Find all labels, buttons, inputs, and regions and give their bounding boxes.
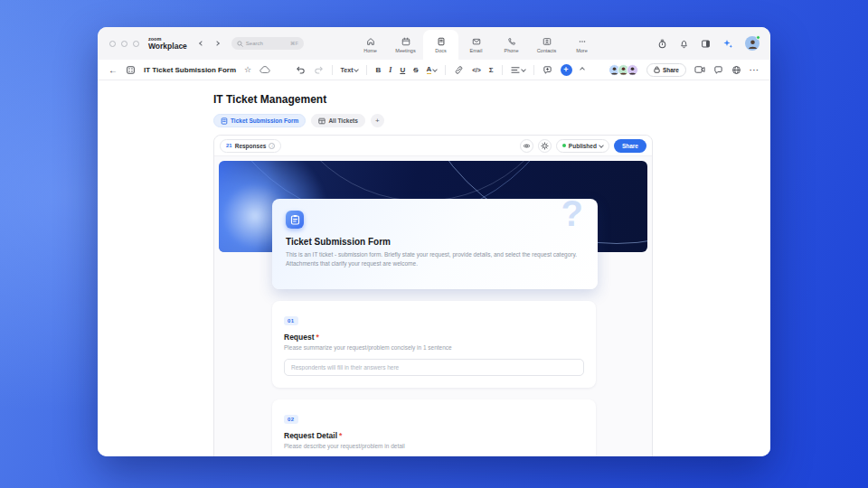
link-icon[interactable] [454, 65, 464, 75]
tab-meetings[interactable]: Meetings [388, 30, 423, 60]
divider [332, 65, 333, 75]
tab-label: All Tickets [328, 117, 357, 124]
chevron-down-icon [432, 67, 438, 72]
history-nav [200, 42, 219, 45]
question-title-text: Request [284, 333, 315, 342]
tab-contacts[interactable]: Contacts [529, 30, 564, 60]
user-avatar[interactable] [745, 36, 760, 51]
tab-more[interactable]: More [564, 30, 599, 60]
question-number-badge: 01 [284, 316, 298, 325]
responses-button[interactable]: 21 Responses i [220, 139, 281, 153]
question-number-badge: 02 [284, 415, 298, 424]
form-panel: 21 Responses i [213, 135, 653, 456]
redo-icon[interactable] [314, 65, 324, 75]
titlebar: zoom Workplace Search ⌘F Home [98, 27, 770, 60]
formula-button[interactable]: Σ [489, 66, 494, 74]
more-icon [578, 37, 587, 46]
insert-plus-button[interactable]: + [561, 64, 572, 76]
form-share-button[interactable]: Share [614, 139, 646, 153]
tab-all-tickets[interactable]: All Tickets [311, 114, 364, 127]
tab-phone[interactable]: Phone [494, 30, 529, 60]
back-button[interactable]: ← [108, 65, 118, 75]
tab-home-label: Home [363, 48, 377, 53]
code-button[interactable]: </> [472, 67, 480, 73]
eye-icon [523, 143, 531, 149]
preview-button[interactable] [520, 139, 533, 153]
answer-input[interactable] [284, 359, 584, 376]
chat-icon[interactable] [713, 65, 723, 75]
form-panel-header: 21 Responses i [214, 136, 652, 156]
undo-icon[interactable] [296, 65, 306, 75]
collaborator-avatars [609, 64, 638, 76]
phone-icon [507, 37, 516, 46]
notifications-bell-icon[interactable] [679, 39, 689, 49]
contacts-icon [542, 37, 552, 46]
form-settings-button[interactable] [538, 139, 552, 153]
responses-count: 21 [226, 143, 232, 148]
tab-ticket-submission-form[interactable]: Ticket Submission Form [213, 114, 306, 127]
logo-workplace-text: Workplace [148, 42, 187, 51]
divider [533, 65, 534, 75]
divider [366, 65, 367, 75]
document-title[interactable]: IT Ticket Submission Form [144, 66, 236, 74]
text-style-dropdown[interactable]: Text [341, 67, 359, 73]
globe-icon[interactable] [731, 65, 741, 75]
tab-email[interactable]: Email [458, 30, 494, 60]
lock-icon [654, 66, 660, 73]
divider [502, 65, 503, 75]
required-asterisk: * [339, 431, 342, 440]
more-options-button[interactable]: ··· [750, 66, 760, 74]
favorite-star-icon[interactable]: ☆ [244, 65, 251, 74]
text-color-dropdown[interactable]: A [427, 65, 438, 74]
text-color-icon: A [427, 65, 432, 74]
video-call-icon[interactable] [694, 65, 705, 74]
question-title-text: Request Detail [284, 431, 337, 440]
nav-forward-icon[interactable] [214, 41, 220, 46]
publish-status-dropdown[interactable]: Published [556, 139, 609, 153]
calendar-icon [401, 37, 410, 46]
question-card-1: 01 Request* Please summarize your reques… [272, 301, 596, 388]
maximize-window-button[interactable] [133, 41, 139, 47]
minimize-window-button[interactable] [121, 41, 127, 47]
page-tabs: Ticket Submission Form All Tickets + [213, 114, 770, 127]
question-title: Request* [284, 333, 584, 342]
required-asterisk: * [316, 333, 319, 342]
published-status-dot [562, 144, 566, 147]
history-icon[interactable] [657, 39, 667, 49]
doc-share-label: Share [663, 67, 679, 73]
workspace-grid-icon[interactable] [126, 65, 136, 75]
docs-icon [437, 37, 446, 46]
document-toolbar: ← IT Ticket Submission Form ☆ Text B I U [98, 60, 770, 80]
sidebar-toggle-icon[interactable] [701, 39, 711, 49]
tab-home[interactable]: Home [353, 30, 388, 60]
question-description: Please summarize your request/problem co… [284, 344, 584, 351]
comment-icon[interactable] [542, 65, 552, 75]
doc-share-button[interactable]: Share [646, 63, 686, 77]
responses-label: Responses [235, 143, 267, 149]
ai-companion-sparkle-icon[interactable] [722, 38, 733, 49]
global-search-input[interactable]: Search ⌘F [231, 37, 304, 50]
add-tab-button[interactable]: + [371, 114, 384, 127]
tab-phone-label: Phone [505, 48, 519, 53]
tab-label: Ticket Submission Form [231, 117, 298, 124]
bold-button[interactable]: B [375, 66, 381, 74]
home-icon [366, 37, 375, 46]
chevron-down-icon [354, 67, 360, 72]
close-window-button[interactable] [109, 41, 116, 47]
align-dropdown[interactable] [511, 66, 525, 74]
tab-contacts-label: Contacts [537, 48, 557, 53]
publish-status-label: Published [569, 143, 597, 149]
italic-button[interactable]: I [389, 66, 392, 74]
form-clipboard-icon [286, 211, 304, 229]
tab-docs[interactable]: Docs [423, 30, 458, 60]
search-placeholder: Search [246, 41, 288, 46]
text-style-label: Text [341, 67, 354, 73]
form-icon [221, 117, 228, 125]
strikethrough-button[interactable]: S [413, 66, 418, 74]
collapse-toolbar-icon[interactable] [580, 67, 585, 72]
nav-back-icon[interactable] [199, 41, 204, 46]
question-mark-decoration: ? [561, 199, 583, 234]
collaborator-avatar[interactable] [627, 64, 638, 76]
underline-button[interactable]: U [400, 66, 405, 74]
tab-docs-label: Docs [435, 48, 447, 53]
